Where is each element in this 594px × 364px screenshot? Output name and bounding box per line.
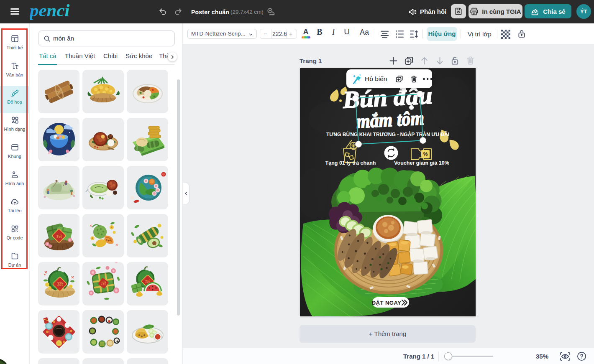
svg-text:Tết: Tết: [101, 281, 106, 285]
svg-text:penci: penci: [30, 3, 70, 20]
svg-text:Tết: Tết: [56, 234, 62, 239]
svg-text:Tặng 01 ly trà chanh: Tặng 01 ly trà chanh: [325, 160, 376, 166]
svg-text:ĐẶT NGAY: ĐẶT NGAY: [372, 300, 402, 306]
svg-text:%: %: [423, 151, 428, 157]
svg-text:mắm tôm: mắm tôm: [356, 107, 425, 132]
svg-text:Tết: Tết: [57, 282, 64, 287]
svg-text:TƯNG BỪNG KHAI TRƯƠNG - NGẬP T: TƯNG BỪNG KHAI TRƯƠNG - NGẬP TRÀN ƯU ĐÃI: [326, 131, 449, 137]
svg-text:Voucher giảm giá 10%: Voucher giảm giá 10%: [394, 160, 449, 166]
